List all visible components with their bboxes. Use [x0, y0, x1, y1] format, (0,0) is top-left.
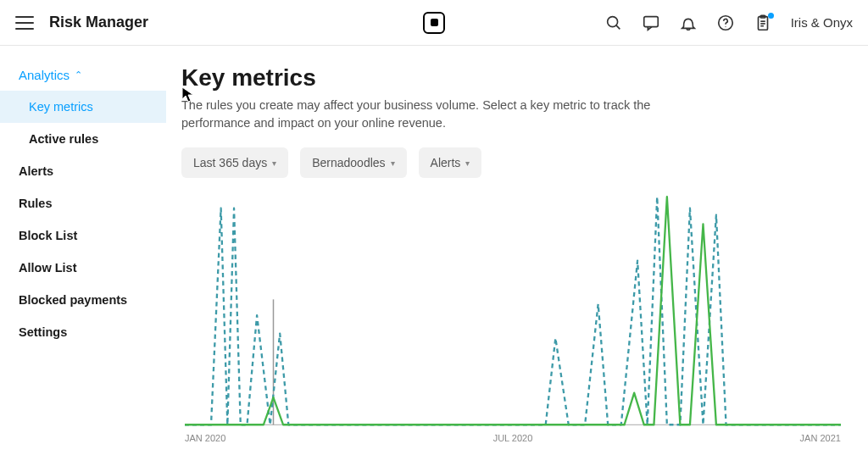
sidebar-item-alerts[interactable]: Alerts	[0, 155, 166, 187]
sidebar-item-key-metrics[interactable]: Key metrics	[0, 91, 166, 123]
merchant-switcher[interactable]: Iris & Onyx	[791, 15, 853, 30]
filter-metric[interactable]: Alerts ▾	[419, 147, 482, 178]
content: Analytics ⌃ Key metrics Active rules Ale…	[0, 46, 868, 455]
topbar-right: Iris & Onyx	[604, 14, 853, 32]
chat-icon[interactable]	[642, 14, 660, 32]
sidebar-section-analytics[interactable]: Analytics ⌃	[0, 64, 166, 91]
sidebar-item-allow-list[interactable]: Allow List	[0, 252, 166, 284]
svg-line-1	[616, 25, 620, 28]
filter-merchant[interactable]: Bernadoodles ▾	[300, 147, 406, 178]
sidebar: Analytics ⌃ Key metrics Active rules Ale…	[0, 46, 166, 455]
sidebar-section-label: Analytics	[19, 68, 70, 82]
menu-icon[interactable]	[15, 16, 34, 30]
chevron-up-icon: ⌃	[75, 69, 82, 80]
clipboard-icon[interactable]	[754, 14, 772, 32]
search-icon[interactable]	[604, 14, 623, 32]
cursor-icon	[181, 86, 195, 103]
svg-rect-2	[643, 16, 658, 26]
page-description: The rules you create may affect your bus…	[181, 97, 656, 132]
filter-date-range[interactable]: Last 365 days ▾	[181, 147, 288, 178]
app-title: Risk Manager	[49, 14, 148, 31]
topbar: Risk Manager Iris & Onyx	[0, 0, 868, 46]
svg-text:JAN 2021: JAN 2021	[800, 432, 841, 442]
metrics-chart[interactable]: JAN 2020JUL 2020JAN 2021	[181, 193, 844, 447]
sidebar-item-settings[interactable]: Settings	[0, 316, 166, 348]
sidebar-item-block-list[interactable]: Block List	[0, 219, 166, 252]
main: Key metrics The rules you create may aff…	[166, 46, 868, 455]
bell-icon[interactable]	[679, 14, 698, 32]
sidebar-item-rules[interactable]: Rules	[0, 187, 166, 219]
filter-row: Last 365 days ▾ Bernadoodles ▾ Alerts ▾	[181, 147, 844, 178]
svg-point-4	[725, 26, 726, 27]
help-icon[interactable]	[716, 14, 735, 32]
svg-text:JUL 2020: JUL 2020	[493, 432, 533, 442]
page-title: Key metrics	[181, 64, 844, 92]
svg-point-0	[607, 16, 617, 26]
chevron-down-icon: ▾	[391, 158, 395, 168]
square-logo-icon[interactable]	[423, 12, 445, 34]
sidebar-item-blocked-payments[interactable]: Blocked payments	[0, 284, 166, 316]
chevron-down-icon: ▾	[465, 158, 470, 168]
sidebar-item-active-rules[interactable]: Active rules	[0, 123, 166, 155]
svg-text:JAN 2020: JAN 2020	[185, 432, 225, 442]
chevron-down-icon: ▾	[272, 158, 276, 168]
